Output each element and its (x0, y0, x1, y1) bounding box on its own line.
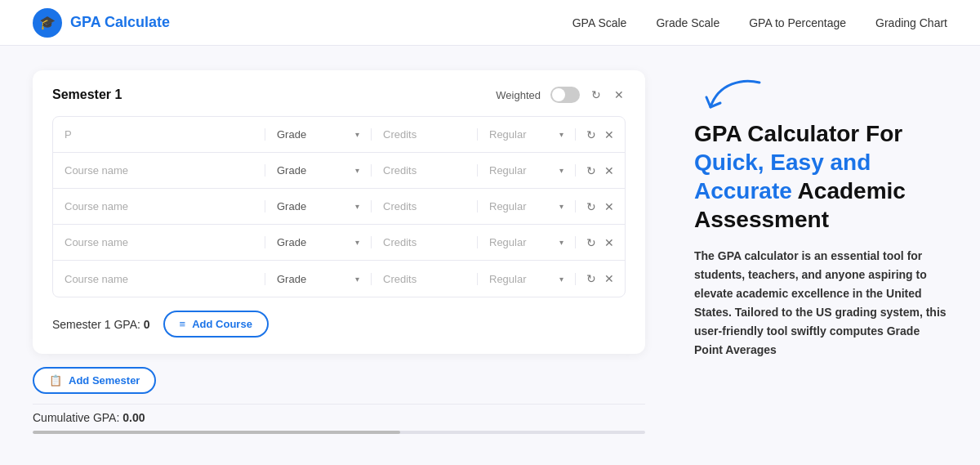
arrow-decoration (702, 74, 768, 123)
credits-cell[interactable]: Credits (372, 164, 478, 177)
course-name-cell[interactable]: Course name (53, 200, 265, 212)
course-name-cell[interactable]: Course name (53, 164, 265, 177)
logo-text: GPA Calculate (70, 14, 170, 31)
add-course-button[interactable]: ≡ Add Course (163, 311, 269, 338)
grade-chevron-icon: ▾ (355, 202, 359, 211)
grade-chevron-icon: ▾ (355, 275, 359, 284)
type-chevron-icon: ▾ (559, 202, 564, 211)
logo: 🎓 GPA Calculate (33, 8, 170, 38)
semester-gpa-label: Semester 1 GPA: 0 (52, 318, 150, 331)
grade-cell[interactable]: Grade ▾ (265, 236, 372, 248)
course-name-cell[interactable]: Course name (53, 236, 265, 248)
add-semester-button[interactable]: 📋 Add Semester (33, 367, 156, 394)
table-row: Course name Grade ▾ Credits Regular ▾ ↻ (53, 153, 625, 189)
credits-cell[interactable]: Credits (372, 236, 478, 248)
course-name-cell[interactable]: P (53, 128, 265, 141)
cumulative-gpa-value: 0.00 (122, 411, 145, 424)
credits-cell[interactable]: Credits (372, 200, 478, 212)
hero-description: The GPA calculator is an essential tool … (694, 247, 947, 360)
nav-gpa-percentage[interactable]: GPA to Percentage (749, 16, 846, 29)
delete-row-button[interactable]: ✕ (603, 127, 616, 143)
refresh-row-button[interactable]: ↻ (585, 271, 598, 287)
semester-gpa-value: 0 (144, 318, 150, 331)
type-cell[interactable]: Regular ▾ (478, 273, 576, 285)
type-chevron-icon: ▾ (559, 275, 564, 284)
add-course-icon: ≡ (180, 318, 186, 330)
row-actions: ↻ ✕ (576, 127, 625, 143)
grade-cell[interactable]: Grade ▾ (265, 200, 372, 212)
left-panel: Semester 1 Weighted ↻ ✕ P Grade (33, 70, 645, 440)
refresh-semester-button[interactable]: ↻ (590, 87, 603, 103)
scroll-thumb (33, 431, 400, 434)
weighted-toggle[interactable] (550, 87, 580, 103)
row-actions: ↻ ✕ (576, 235, 625, 251)
table-row: P Grade ▾ Credits Regular ▾ ↻ (53, 117, 625, 153)
app-header: 🎓 GPA Calculate GPA Scale Grade Scale GP… (0, 0, 980, 46)
close-semester-button[interactable]: ✕ (612, 87, 626, 103)
refresh-row-button[interactable]: ↻ (585, 163, 598, 179)
delete-row-button[interactable]: ✕ (603, 199, 616, 215)
grade-cell[interactable]: Grade ▾ (265, 273, 372, 285)
refresh-row-button[interactable]: ↻ (585, 199, 598, 215)
row-actions: ↻ ✕ (576, 199, 625, 215)
delete-row-button[interactable]: ✕ (603, 235, 616, 251)
type-cell[interactable]: Regular ▾ (478, 164, 576, 177)
type-cell[interactable]: Regular ▾ (478, 200, 576, 212)
credits-cell[interactable]: Credits (372, 128, 478, 141)
type-chevron-icon: ▾ (559, 166, 564, 175)
scroll-indicator[interactable] (33, 431, 645, 434)
nav-grading-chart[interactable]: Grading Chart (875, 16, 947, 29)
course-name-cell[interactable]: Course name (53, 273, 265, 285)
grade-cell[interactable]: Grade ▾ (265, 128, 372, 141)
delete-row-button[interactable]: ✕ (603, 271, 616, 287)
nav-grade-scale[interactable]: Grade Scale (656, 16, 719, 29)
cumulative-gpa: Cumulative GPA: 0.00 (33, 404, 645, 424)
semester-card: Semester 1 Weighted ↻ ✕ P Grade (33, 70, 645, 354)
delete-row-button[interactable]: ✕ (603, 163, 616, 179)
semester-title: Semester 1 (52, 87, 122, 102)
semester-footer: Semester 1 GPA: 0 ≡ Add Course (52, 311, 626, 338)
grade-cell[interactable]: Grade ▾ (265, 164, 372, 177)
type-chevron-icon: ▾ (559, 238, 564, 247)
type-chevron-icon: ▾ (559, 130, 564, 139)
right-panel: GPA Calculator For Quick, Easy and Accur… (678, 70, 947, 440)
type-cell[interactable]: Regular ▾ (478, 236, 576, 248)
table-row: Course name Grade ▾ Credits Regular ▾ ↻ (53, 225, 625, 261)
table-row: Course name Grade ▾ Credits Regular ▾ ↻ (53, 261, 625, 297)
grade-chevron-icon: ▾ (355, 130, 359, 139)
refresh-row-button[interactable]: ↻ (585, 235, 598, 251)
type-cell[interactable]: Regular ▾ (478, 128, 576, 141)
weighted-label: Weighted (496, 89, 541, 101)
main-nav: GPA Scale Grade Scale GPA to Percentage … (572, 16, 947, 29)
row-actions: ↻ ✕ (576, 163, 625, 179)
semester-controls: Weighted ↻ ✕ (496, 87, 626, 103)
row-actions: ↻ ✕ (576, 271, 625, 287)
hero-heading: GPA Calculator For Quick, Easy and Accur… (694, 119, 947, 234)
grade-chevron-icon: ▾ (355, 166, 359, 175)
grade-chevron-icon: ▾ (355, 238, 359, 247)
semester-header: Semester 1 Weighted ↻ ✕ (52, 87, 626, 103)
credits-cell[interactable]: Credits (372, 273, 478, 285)
nav-gpa-scale[interactable]: GPA Scale (572, 16, 627, 29)
add-semester-icon: 📋 (49, 374, 62, 387)
table-row: Course name Grade ▾ Credits Regular ▾ ↻ (53, 189, 625, 225)
main-content: Semester 1 Weighted ↻ ✕ P Grade (0, 46, 980, 465)
logo-icon: 🎓 (33, 8, 62, 38)
course-table: P Grade ▾ Credits Regular ▾ ↻ (52, 116, 626, 297)
refresh-row-button[interactable]: ↻ (585, 127, 598, 143)
